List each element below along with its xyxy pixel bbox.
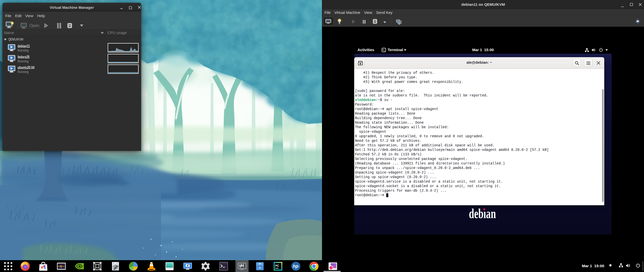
svg-text:PC: PC xyxy=(275,264,279,267)
svg-text:hp: hp xyxy=(293,263,299,269)
